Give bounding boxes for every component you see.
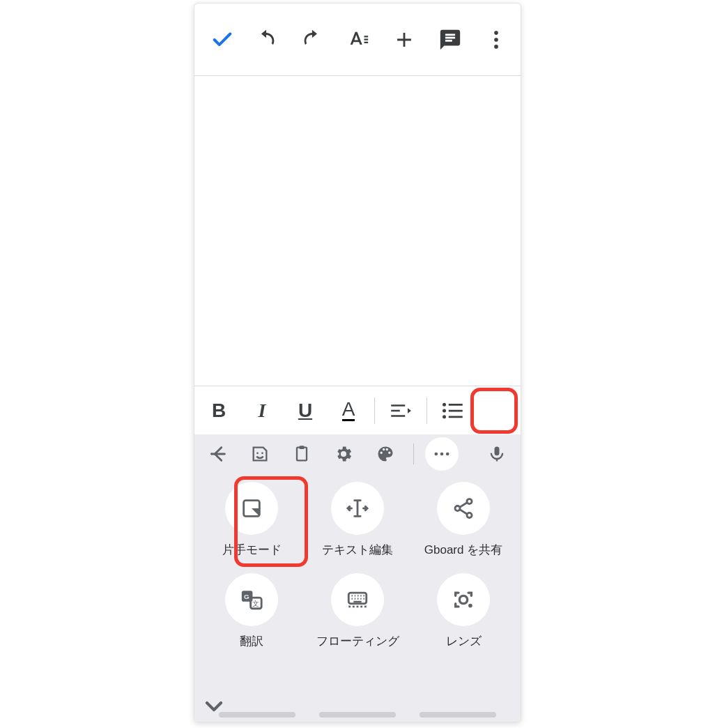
separator [426, 397, 427, 424]
gesture-bar [194, 712, 521, 718]
sticker-icon [250, 444, 270, 464]
separator [374, 397, 375, 424]
svg-text:文: 文 [252, 600, 259, 607]
svg-rect-13 [495, 447, 500, 456]
sticker-button[interactable] [243, 437, 277, 471]
one-handed-icon [240, 496, 263, 520]
bulleted-list-button[interactable] [434, 392, 472, 430]
text-color-button[interactable]: A [330, 392, 367, 430]
lens-button[interactable]: レンズ [411, 573, 516, 649]
phone-frame: B I U A [194, 3, 521, 722]
keyboard-top-row [194, 434, 521, 473]
clipboard-icon [292, 444, 312, 464]
back-arrow-icon [208, 444, 228, 464]
svg-point-7 [261, 452, 263, 454]
text-edit-button[interactable]: テキスト編集 [305, 482, 410, 558]
underline-button[interactable]: U [286, 392, 324, 430]
insert-button[interactable] [383, 18, 426, 61]
redo-icon [300, 28, 324, 52]
svg-point-11 [440, 453, 444, 456]
translate-icon: G文 [240, 588, 263, 612]
gesture-pill [219, 712, 295, 718]
text-format-icon [346, 28, 370, 52]
keyboard-back-button[interactable] [201, 437, 235, 471]
svg-point-6 [256, 452, 259, 454]
bulleted-list-icon [443, 400, 463, 421]
keyboard-tools-grid: 片手モード テキスト編集 Gboard を共有 G文 翻訳 フローティング レン… [194, 473, 521, 649]
svg-point-5 [443, 415, 446, 418]
plus-icon [392, 28, 416, 52]
gesture-pill [319, 712, 396, 718]
comment-button[interactable] [429, 18, 472, 61]
svg-point-1 [494, 38, 498, 42]
svg-point-23 [459, 596, 467, 603]
more-vert-icon [484, 28, 508, 52]
undo-icon [254, 28, 278, 52]
undo-button[interactable] [245, 18, 288, 61]
share-icon [452, 496, 475, 520]
palette-icon [376, 444, 395, 464]
app-toolbar [194, 3, 521, 76]
more-horiz-icon [432, 444, 452, 464]
comment-icon [438, 28, 462, 52]
svg-text:G: G [244, 593, 249, 600]
keyboard-panel: 片手モード テキスト編集 Gboard を共有 G文 翻訳 フローティング レン… [194, 434, 521, 722]
separator [413, 443, 414, 464]
align-icon [390, 400, 411, 421]
mic-icon [487, 444, 507, 464]
svg-rect-9 [300, 446, 305, 449]
gear-icon [334, 444, 353, 464]
gesture-pill [420, 712, 496, 718]
keyboard-more-button[interactable] [425, 437, 459, 471]
svg-point-2 [494, 45, 498, 49]
redo-button[interactable] [291, 18, 334, 61]
floating-keyboard-button[interactable]: フローティング [305, 573, 410, 649]
more-menu-button[interactable] [475, 18, 518, 61]
toolbar-actions [245, 18, 518, 61]
bold-button[interactable]: B [200, 392, 238, 430]
lens-icon [452, 588, 475, 612]
share-gboard-button[interactable]: Gboard を共有 [411, 482, 516, 558]
format-bar: B I U A [194, 386, 521, 434]
theme-button[interactable] [369, 437, 402, 471]
svg-point-0 [494, 31, 498, 35]
text-format-button[interactable] [337, 18, 380, 61]
italic-button[interactable]: I [243, 392, 281, 430]
align-button[interactable] [382, 392, 420, 430]
floating-keyboard-icon [346, 588, 369, 612]
one-handed-mode-button[interactable]: 片手モード [199, 482, 304, 558]
document-canvas[interactable] [194, 76, 521, 386]
check-icon [210, 28, 234, 52]
svg-point-24 [468, 604, 472, 608]
highlight-list-button [470, 388, 518, 434]
done-button[interactable] [200, 3, 245, 75]
svg-point-3 [443, 402, 446, 406]
svg-rect-8 [297, 448, 307, 461]
svg-point-4 [443, 409, 446, 412]
clipboard-button[interactable] [285, 437, 318, 471]
svg-point-12 [446, 453, 449, 456]
translate-button[interactable]: G文 翻訳 [199, 573, 304, 649]
voice-input-button[interactable] [480, 437, 514, 471]
svg-point-10 [435, 453, 438, 456]
text-edit-icon [346, 496, 369, 520]
settings-button[interactable] [327, 437, 360, 471]
